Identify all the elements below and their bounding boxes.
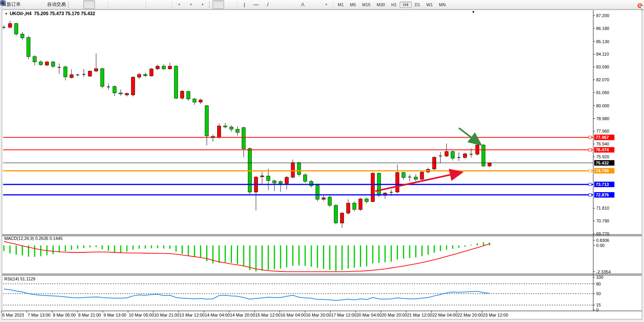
- candle-body: [359, 199, 362, 210]
- chart-window-frame: [2, 10, 642, 319]
- candle-body: [340, 213, 344, 223]
- zoom-out-button[interactable]: [121, 0, 133, 9]
- line-chart-button[interactable]: [95, 0, 107, 9]
- time-tick-label[interactable]: 23 Mar 12:00: [483, 313, 508, 317]
- time-tick-label[interactable]: 22 Mar 20:00: [458, 313, 483, 317]
- zoom-in-button[interactable]: [109, 0, 121, 9]
- time-tick-label[interactable]: 9 Mar 13:00: [104, 313, 126, 317]
- timeframe-D1[interactable]: D1: [412, 2, 423, 8]
- candle-body: [353, 203, 356, 209]
- new-order-button[interactable]: 新订单: [5, 0, 22, 9]
- candle-body: [193, 99, 196, 102]
- fibonacci-tool-button[interactable]: F: [285, 0, 297, 9]
- timeframe-H4[interactable]: H4: [400, 2, 411, 8]
- candle-body: [187, 91, 190, 99]
- time-tick-label[interactable]: 10 Mar 21:00: [154, 313, 179, 317]
- timeframe-W1[interactable]: W1: [423, 2, 436, 8]
- time-tick-label[interactable]: 8 Mar 21:00: [78, 313, 101, 317]
- toolbar-grip[interactable]: [68, 2, 70, 8]
- candle-body: [162, 66, 165, 69]
- candle-body: [334, 205, 338, 223]
- timeframe-M1[interactable]: M1: [335, 2, 347, 8]
- line-handle[interactable]: [589, 149, 591, 151]
- price-tick-label: 78.980: [596, 116, 609, 121]
- timeframe-toolbar: M1M5M15M30H1H4D1W1MN: [335, 2, 449, 8]
- timeframe-M5[interactable]: M5: [347, 2, 359, 8]
- scale-toggle-icon[interactable]: ▼: [472, 10, 475, 14]
- price-level-tag-text: 77.467: [596, 135, 609, 140]
- candle-body: [33, 57, 37, 62]
- time-tick-label[interactable]: 16 Mar 04:00: [281, 313, 306, 317]
- candle-chart-button[interactable]: [83, 0, 95, 9]
- charts-list-button[interactable]: [22, 0, 34, 9]
- price-level-tag-text: 74.799: [596, 168, 609, 173]
- time-tick-label[interactable]: 13 Mar 12:00: [179, 313, 205, 317]
- line-handle[interactable]: [589, 170, 591, 172]
- trendline-tool-button[interactable]: /: [262, 0, 274, 9]
- time-tick-label[interactable]: 22 Mar 04:00: [432, 313, 458, 317]
- time-tick-label[interactable]: 14 Mar 20:00: [230, 313, 255, 317]
- price-level-tag-text: 73.713: [596, 182, 609, 187]
- line-handle[interactable]: [589, 183, 591, 186]
- toolbar-grip[interactable]: [209, 2, 211, 8]
- timeframe-H1[interactable]: H1: [388, 2, 400, 8]
- candle-body: [322, 198, 325, 200]
- line-handle[interactable]: [589, 194, 591, 196]
- time-tick-label[interactable]: 7 Mar 13:00: [28, 313, 51, 317]
- time-tick-label[interactable]: 20 Mar 20:00: [382, 313, 407, 317]
- price-level-tag-text: 76.474: [596, 147, 609, 152]
- channel-tool-button[interactable]: E: [274, 0, 285, 9]
- candle-body: [297, 163, 301, 175]
- candle-body: [156, 66, 160, 69]
- chart-menu-icon[interactable]: ▼: [5, 12, 8, 16]
- trendline-icon: /: [267, 2, 268, 7]
- hline-tool-button[interactable]: —: [250, 0, 262, 9]
- candle-body: [396, 173, 399, 192]
- time-tick-label[interactable]: 17 Mar 12:00: [331, 313, 356, 317]
- candle-body: [88, 71, 92, 76]
- cursor-tool-button[interactable]: [212, 0, 224, 9]
- candle-body: [402, 173, 405, 178]
- new-order-label: 新订单: [7, 1, 21, 8]
- auto-scroll-button[interactable]: [147, 0, 159, 9]
- chart-canvas[interactable]: 87.20086.18085.13084.11083.09082.07081.0…: [0, 0, 644, 322]
- candle-body: [242, 128, 246, 149]
- chart-shift-button[interactable]: [159, 0, 170, 9]
- periods-button[interactable]: ▾: [185, 0, 197, 9]
- time-tick-label[interactable]: 8 Mar 05:00: [53, 313, 76, 317]
- candle-body: [433, 157, 436, 169]
- candle-body: [168, 66, 172, 69]
- time-tick-label[interactable]: 14 Mar 04:00: [205, 313, 230, 317]
- candle-body: [150, 69, 153, 76]
- line-handle[interactable]: [589, 136, 591, 139]
- candle-body: [451, 152, 454, 158]
- arrows-tool-button[interactable]: ▾: [320, 0, 332, 9]
- tile-windows-button[interactable]: [133, 0, 144, 9]
- crosshair-tool-button[interactable]: [224, 0, 236, 9]
- time-tick-label[interactable]: 16 Mar 20:00: [306, 313, 331, 317]
- text-label-tool-button[interactable]: T: [309, 0, 320, 9]
- time-tick-label[interactable]: 20 Mar 04:00: [356, 313, 382, 317]
- time-tick-label[interactable]: 15 Mar 12:00: [255, 313, 281, 317]
- arrows-dropdown-caret: ▾: [325, 3, 327, 6]
- bar-chart-button[interactable]: [72, 0, 83, 9]
- candle-body: [230, 127, 233, 129]
- time-tick-label[interactable]: 6 Mar 2023: [2, 313, 24, 317]
- text-tool-button[interactable]: A: [297, 0, 309, 9]
- autotrade-button[interactable]: 自动交易: [46, 0, 67, 9]
- templates-button[interactable]: ▾: [197, 0, 208, 9]
- timeframe-M30[interactable]: M30: [374, 2, 388, 8]
- search-icon[interactable]: [0, 0, 7, 7]
- time-tick-label[interactable]: 21 Mar 12:00: [407, 313, 432, 317]
- toolbar-separator: [333, 1, 333, 8]
- indicators-button[interactable]: ▾: [173, 0, 185, 9]
- vline-tool-button[interactable]: |: [239, 0, 250, 9]
- time-tick-label[interactable]: 10 Mar 05:00: [129, 313, 154, 317]
- candle-body: [267, 176, 270, 181]
- candle-body: [205, 106, 209, 136]
- market-watch-button[interactable]: [34, 0, 46, 9]
- candle-body: [131, 77, 135, 95]
- timeframe-M15[interactable]: M15: [359, 2, 374, 8]
- candle-body: [488, 163, 491, 166]
- timeframe-MN[interactable]: MN: [436, 2, 449, 8]
